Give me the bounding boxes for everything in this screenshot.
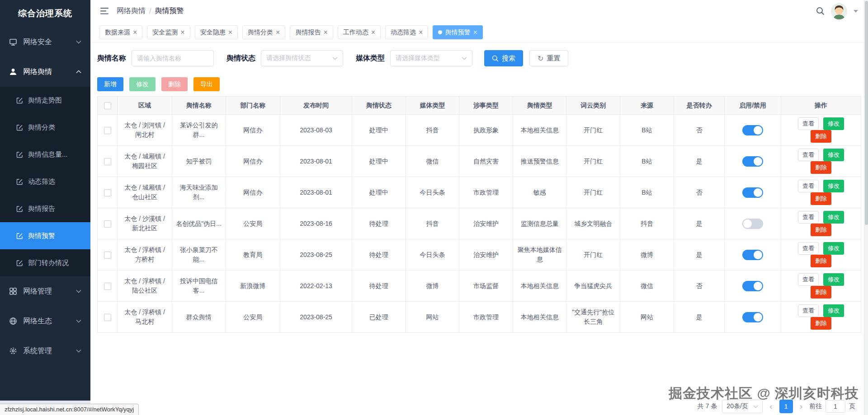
main-area: 网络舆情 / 舆情预警 数据来源 ×: [90, 0, 868, 415]
cell-transfer: 否: [674, 115, 725, 146]
edit-button[interactable]: 修改: [823, 273, 844, 286]
view-button[interactable]: 查看: [798, 211, 819, 224]
sidebar-subitem[interactable]: 舆情走势图: [0, 87, 90, 114]
delete-button[interactable]: 删除: [811, 255, 831, 267]
sidebar-item-label: 网络安全: [23, 37, 52, 47]
delete-button[interactable]: 删除: [811, 286, 831, 298]
toolbar-edit-button[interactable]: 修改: [129, 77, 156, 91]
cell-wordcloud-category: 开门红: [566, 177, 620, 208]
add-button[interactable]: 新增: [97, 77, 123, 91]
row-checkbox[interactable]: [104, 127, 111, 134]
tab[interactable]: 舆情报告 ×: [290, 25, 333, 39]
edit-icon: [16, 97, 23, 104]
enable-toggle[interactable]: [742, 125, 763, 135]
toolbar-delete-button[interactable]: 删除: [161, 77, 188, 91]
cell-status: 处理中: [352, 177, 406, 208]
row-checkbox[interactable]: [104, 283, 111, 290]
delete-button[interactable]: 删除: [811, 192, 831, 205]
chevron-up-icon: [76, 70, 81, 74]
enable-toggle[interactable]: [742, 156, 763, 167]
row-checkbox[interactable]: [104, 314, 111, 321]
reset-button[interactable]: ↻ 重置: [529, 50, 568, 66]
delete-button[interactable]: 删除: [811, 317, 831, 330]
column-header: 媒体类型: [406, 97, 459, 115]
sidebar-item-network-security[interactable]: 网络安全: [0, 27, 90, 57]
chevron-down-icon[interactable]: [854, 10, 858, 13]
sidebar-subitem[interactable]: 舆情报告: [0, 195, 90, 222]
breadcrumb-item[interactable]: 网络舆情: [117, 6, 146, 16]
export-button[interactable]: 导出: [193, 77, 220, 91]
next-page-button[interactable]: ›: [798, 401, 804, 411]
search-button[interactable]: 搜索: [484, 50, 523, 66]
enable-toggle[interactable]: [742, 187, 763, 198]
view-button[interactable]: 查看: [798, 273, 819, 286]
scrollbar-thumb[interactable]: [865, 1, 868, 225]
search-icon[interactable]: [816, 7, 825, 15]
sidebar-subitem[interactable]: 部门转办情况: [0, 249, 90, 276]
view-button[interactable]: 查看: [798, 149, 819, 161]
current-page-button[interactable]: 1: [779, 400, 793, 413]
row-checkbox[interactable]: [104, 158, 111, 165]
sentiment-name-input[interactable]: [132, 50, 214, 66]
close-icon[interactable]: ×: [473, 29, 477, 36]
select-all-checkbox[interactable]: [104, 102, 111, 109]
edit-button[interactable]: 修改: [823, 180, 844, 192]
edit-button[interactable]: 修改: [823, 304, 844, 317]
row-checkbox[interactable]: [104, 252, 111, 259]
edit-button[interactable]: 修改: [823, 242, 844, 255]
table-row: 太仓 / 沙溪镇 / 新北社区 名创优品"伪日... 公安局 2023-08-1…: [98, 208, 861, 239]
tab[interactable]: 数据来源 ×: [99, 25, 142, 39]
delete-button[interactable]: 删除: [811, 130, 831, 143]
tab[interactable]: 舆情分类 ×: [242, 25, 285, 39]
delete-button[interactable]: 删除: [811, 161, 831, 174]
sidebar-subitem-label: 舆情预警: [28, 232, 55, 240]
enable-toggle[interactable]: [742, 312, 763, 322]
table-row: 太仓 / 浮桥镇 / 马北村 群众舆情 公安局 2023-08-25 已处理 网…: [98, 302, 861, 333]
cell-region: 太仓 / 沙溪镇 / 新北社区: [118, 208, 172, 239]
sidebar-subitem[interactable]: 动态筛选: [0, 168, 90, 195]
edit-button[interactable]: 修改: [823, 117, 844, 130]
close-icon[interactable]: ×: [323, 29, 327, 36]
edit-button[interactable]: 修改: [823, 211, 844, 224]
tab[interactable]: 舆情预警 ×: [433, 25, 482, 39]
sidebar-subitem[interactable]: 舆情预警: [0, 222, 90, 249]
enable-toggle[interactable]: [742, 250, 763, 260]
page-size-select[interactable]: 20条/页: [722, 400, 763, 413]
sentiment-status-select[interactable]: 请选择舆情状态: [261, 50, 343, 66]
sidebar-item-network-management[interactable]: 网络管理: [0, 276, 90, 306]
row-checkbox[interactable]: [104, 189, 111, 196]
close-icon[interactable]: ×: [371, 29, 375, 36]
close-icon[interactable]: ×: [276, 29, 280, 36]
tab[interactable]: 安全隐患 ×: [195, 25, 238, 39]
delete-button[interactable]: 删除: [811, 224, 831, 236]
sidebar-item-network-sentiment[interactable]: 网络舆情: [0, 57, 90, 87]
cell-status: 处理中: [352, 115, 406, 146]
enable-toggle[interactable]: [742, 281, 763, 291]
close-icon[interactable]: ×: [180, 29, 184, 36]
goto-page-input[interactable]: [826, 400, 845, 413]
view-button[interactable]: 查看: [798, 180, 819, 192]
sidebar-item-network-ecology[interactable]: 网络生态: [0, 306, 90, 336]
collapse-menu-icon[interactable]: [100, 7, 109, 15]
view-button[interactable]: 查看: [798, 117, 819, 130]
row-checkbox[interactable]: [104, 220, 111, 228]
sidebar-subitem[interactable]: 舆情分类: [0, 114, 90, 141]
prev-page-button[interactable]: ‹: [768, 401, 774, 411]
close-icon[interactable]: ×: [419, 29, 423, 36]
view-button[interactable]: 查看: [798, 242, 819, 255]
cell-name: 某诉公引发的群...: [172, 115, 226, 146]
sidebar-item-system-management[interactable]: 系统管理: [0, 336, 90, 366]
media-type-select[interactable]: 请选择媒体类型: [390, 50, 472, 66]
view-button[interactable]: 查看: [798, 304, 819, 317]
tab[interactable]: 动态筛选 ×: [385, 25, 428, 39]
close-icon[interactable]: ×: [228, 29, 232, 36]
sidebar-subitem[interactable]: 舆情信息量...: [0, 141, 90, 168]
tab[interactable]: 工作动态 ×: [338, 25, 381, 39]
column-header: 涉事类型: [459, 97, 513, 115]
close-icon[interactable]: ×: [133, 29, 137, 36]
enable-toggle[interactable]: [742, 219, 763, 229]
edit-button[interactable]: 修改: [823, 149, 844, 161]
avatar[interactable]: [831, 3, 847, 19]
cell-publish-date: 2023-08-16: [280, 208, 352, 239]
tab[interactable]: 安全监测 ×: [147, 25, 190, 39]
